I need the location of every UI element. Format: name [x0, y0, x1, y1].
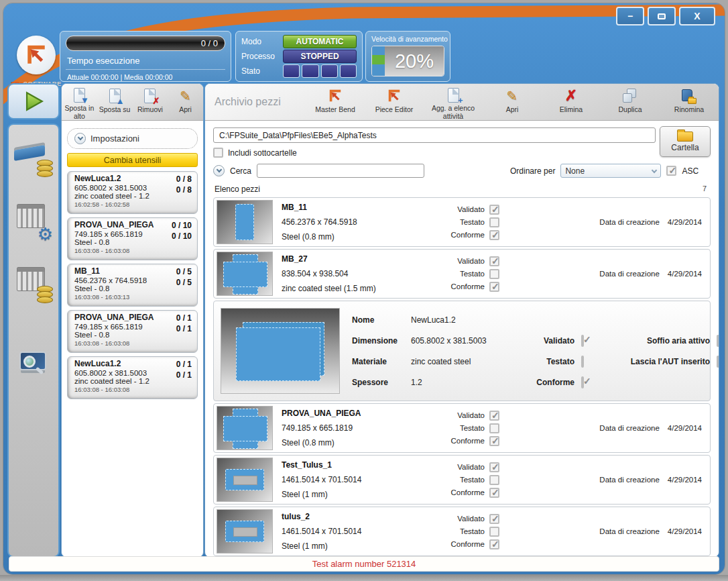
piece-row[interactable]: PROVA_UNA_PIEGA 749.185 x 665.1819 Steel…	[213, 403, 711, 453]
doc-arrow-up-icon: ▲	[109, 89, 121, 103]
job-card[interactable]: MB_11 456.2376 x 764.5918 Steel - 0.8 16…	[67, 264, 198, 307]
copy-icon	[623, 89, 638, 103]
process-value-button[interactable]: STOPPED	[283, 50, 357, 63]
piece-name: MB_11	[282, 203, 426, 212]
alarm-text: Test alarm number 521314	[312, 559, 416, 569]
master-bend-button[interactable]: Master Bend	[306, 84, 365, 120]
search-input[interactable]	[257, 164, 424, 178]
job-counts: 0 / 50 / 5	[176, 266, 192, 288]
execution-time-panel: 0 / 0 Tempo esecuzione Attuale 00:00:00 …	[60, 31, 231, 82]
pencil-icon: ✎	[180, 89, 191, 103]
pencil-icon: ✎	[507, 89, 518, 103]
asc-checkbox[interactable]	[666, 166, 676, 176]
testato-checkbox[interactable]	[489, 217, 499, 227]
folder-path-input[interactable]	[213, 127, 656, 143]
add-to-task-list-button[interactable]: + Agg. a elenco attività	[424, 84, 483, 120]
mode-label: Modo	[241, 37, 283, 46]
nav-toolrack-setup[interactable]: ⚙	[14, 203, 53, 240]
fp-arrow-icon	[25, 44, 48, 66]
feed-speed-display: 20%	[371, 46, 444, 76]
panel-title: Archivio pezzi	[205, 96, 306, 108]
progress-count: 0 / 0	[201, 38, 218, 48]
feed-speed-label: Velocità di avanzamento	[371, 35, 444, 43]
piece-row[interactable]: Test_Tulus_1 1461.5014 x 701.5014 Steel …	[213, 455, 711, 505]
piece-material: Steel (0.8 mm)	[282, 232, 426, 242]
conforme-checkbox[interactable]	[489, 539, 499, 549]
taskbar-sliver	[0, 575, 728, 581]
conforme-checkbox[interactable]	[489, 436, 499, 446]
piece-row[interactable]: MB_11 456.2376 x 764.5918 Steel (0.8 mm)…	[213, 197, 711, 247]
nav-press-database[interactable]	[14, 140, 53, 177]
validato-checkbox[interactable]	[489, 256, 499, 266]
job-card[interactable]: PROVA_UNA_PIEGA 749.185 x 665.1819 Steel…	[67, 217, 198, 260]
piece-count: 7	[703, 184, 709, 194]
chevron-down-icon	[74, 133, 86, 144]
state-segment	[302, 64, 318, 78]
rename-piece-button[interactable]: Rinomina	[660, 84, 719, 120]
include-subfolders-checkbox[interactable]	[213, 148, 223, 158]
delete-piece-button[interactable]: ✗ Elimina	[542, 84, 601, 120]
creation-date-label: Data di creazione	[599, 476, 660, 484]
creation-date: 4/29/2014	[668, 527, 702, 535]
job-card[interactable]: NewLuca1.2 605.8002 x 381.5003 zinc coat…	[67, 356, 198, 399]
piece-list-label: Elenco pezzi	[215, 184, 260, 194]
validato-checkbox[interactable]	[489, 462, 499, 472]
change-tools-button[interactable]: Cambia utensili	[67, 153, 198, 167]
search-expander-icon[interactable]	[213, 165, 225, 176]
red-x-icon: ✗	[565, 89, 577, 103]
move-up-button[interactable]: ▲ Sposta su	[97, 84, 133, 120]
piece-editor-button[interactable]: Piece Editor	[365, 84, 424, 120]
validato-checkbox[interactable]	[489, 411, 499, 421]
piece-row[interactable]: tulus_2 1461.5014 x 701.5014 Steel (1 mm…	[213, 507, 711, 556]
nav-toolrack-database[interactable]	[14, 266, 53, 303]
settings-expander[interactable]: Impostazioni	[67, 128, 198, 149]
nav-diagnostics[interactable]	[14, 348, 53, 385]
conforme-checkbox[interactable]	[489, 230, 499, 240]
alarm-bar[interactable]: Test alarm number 521314	[9, 556, 719, 572]
duplicate-piece-button[interactable]: Duplica	[601, 84, 660, 120]
testato-checkbox[interactable]	[489, 527, 499, 537]
piece-row[interactable]: MB_27 838.504 x 938.504 zinc coated stee…	[213, 249, 711, 299]
job-list: NewLuca1.2 605.8002 x 381.5003 zinc coat…	[67, 171, 198, 399]
move-to-top-button[interactable]: ▼ Sposta in alto	[62, 84, 97, 120]
mode-panel: Modo AUTOMATIC Processo STOPPED Stato	[235, 31, 363, 82]
piece-name: tulus_2	[282, 512, 426, 521]
run-button[interactable]	[7, 83, 60, 119]
open-job-button[interactable]: ✎ Apri	[168, 84, 203, 120]
choose-folder-button[interactable]: Cartella	[660, 126, 711, 157]
conforme-checkbox[interactable]	[581, 376, 584, 388]
testato-checkbox[interactable]	[489, 475, 499, 485]
asc-label: ASC	[682, 166, 699, 176]
piece-list: MB_11 456.2376 x 764.5918 Steel (0.8 mm)…	[213, 197, 711, 556]
open-piece-button[interactable]: ✎ Apri	[483, 84, 542, 120]
piece-material: Steel (1 mm)	[282, 541, 426, 551]
lascia-aut-checkbox[interactable]	[717, 356, 719, 368]
close-button[interactable]: X	[679, 7, 715, 25]
mode-value-button[interactable]: AUTOMATIC	[283, 35, 357, 48]
piece-thumbnail	[217, 509, 273, 553]
testato-checkbox[interactable]	[581, 356, 584, 368]
validato-checkbox[interactable]	[489, 205, 499, 215]
piece-archive-panel: Archivio pezzi Master Bend Piece Editor …	[204, 83, 719, 558]
job-card[interactable]: PROVA_UNA_PIEGA 749.185 x 665.1819 Steel…	[67, 310, 198, 353]
minimize-button[interactable]: −	[616, 7, 644, 25]
restore-button[interactable]	[648, 7, 676, 25]
app-logo	[17, 36, 56, 74]
conforme-checkbox[interactable]	[489, 282, 499, 292]
creation-date-label: Data di creazione	[599, 270, 660, 278]
sort-by-select[interactable]: None	[560, 164, 661, 178]
machine-nav-rail: ⚙	[7, 123, 60, 558]
validato-checkbox[interactable]	[581, 335, 584, 347]
creation-date: 4/29/2014	[668, 270, 702, 278]
creation-date-label: Data di creazione	[599, 424, 660, 432]
soffio-checkbox[interactable]	[717, 335, 719, 347]
job-card[interactable]: NewLuca1.2 605.8002 x 381.5003 zinc coat…	[67, 171, 198, 214]
folder-icon	[677, 131, 693, 142]
piece-detail-expanded[interactable]: Nome NewLuca1.2 Dimensione 605.8002 x 38…	[213, 301, 711, 401]
piece-name: PROVA_UNA_PIEGA	[282, 409, 426, 418]
remove-button[interactable]: ✗ Rimuovi	[133, 84, 168, 120]
conforme-checkbox[interactable]	[489, 488, 499, 498]
testato-checkbox[interactable]	[489, 269, 499, 279]
validato-checkbox[interactable]	[489, 514, 499, 524]
testato-checkbox[interactable]	[489, 423, 499, 433]
